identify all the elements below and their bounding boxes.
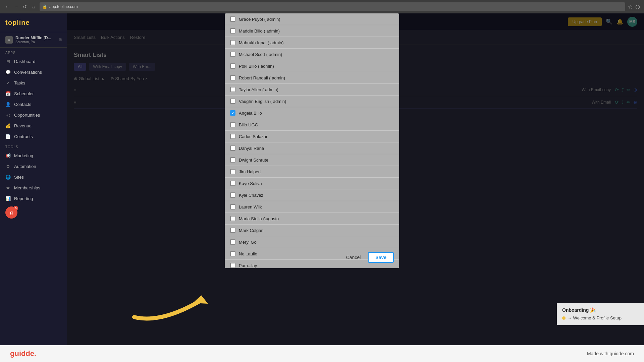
dropdown-item-robert[interactable]: Robert Randall ( admin) (225, 72, 399, 84)
sidebar-item-tasks[interactable]: ✓ Tasks (0, 77, 67, 88)
checkbox-robert[interactable] (230, 75, 235, 80)
dropdown-label-mark: Mark Colgan (239, 228, 264, 233)
sidebar-logo: topline (5, 19, 62, 26)
tasks-icon: ✓ (5, 80, 11, 85)
refresh-button[interactable]: ↺ (21, 3, 28, 10)
org-info: Dunder Mifflin [D... Scranton, Pa (15, 36, 51, 44)
sidebar-item-dashboard[interactable]: ⊞ Dashboard (0, 56, 67, 67)
checkbox-michael[interactable] (230, 52, 235, 57)
onboarding-title: Onboarding 🎉 (562, 307, 639, 313)
checkbox-kaye[interactable] (230, 181, 235, 186)
sidebar-item-label: Memberships (14, 185, 40, 190)
dropdown-item-mark[interactable]: Mark Colgan (225, 225, 399, 236)
dropdown-item-lauren[interactable]: Lauren Wilk (225, 201, 399, 213)
sidebar-item-label: Opportunities (14, 113, 40, 118)
browser-nav-icons: ← → ↺ ⌂ (4, 3, 37, 10)
tools-label: Tools (0, 142, 67, 150)
dropdown-item-maddie[interactable]: Maddie Billo ( admin) (225, 25, 399, 37)
memberships-icon: ★ (5, 185, 11, 190)
checkbox-mahrukh[interactable] (230, 40, 235, 45)
star-button[interactable]: ☆ (628, 4, 633, 10)
checkbox-maddie[interactable] (230, 28, 235, 34)
sidebar-item-opportunities[interactable]: ◎ Opportunities (0, 110, 67, 120)
apps-label: Apps (0, 48, 67, 56)
dropdown-item-maria[interactable]: Maria Stella Augusto (225, 213, 399, 225)
checkbox-billo-ugc[interactable] (230, 122, 235, 127)
dropdown-item-billo-ugc[interactable]: Billo UGC (225, 119, 399, 131)
dropdown-label-nel: Ne...aullo (239, 251, 257, 256)
sidebar-item-marketing[interactable]: 📢 Marketing (0, 150, 67, 161)
sidebar-item-memberships[interactable]: ★ Memberships (0, 182, 67, 193)
dropdown-item-michael[interactable]: Michael Scott ( admin) (225, 49, 399, 60)
dropdown-label-pam: Pam...lay (239, 263, 257, 268)
dropdown-item-poki[interactable]: Poki Billo ( admin) (225, 60, 399, 72)
checkbox-lauren[interactable] (230, 204, 235, 209)
sites-icon: 🌐 (5, 174, 11, 180)
sidebar-item-label: Scheduler (14, 91, 34, 96)
scheduler-icon: 📅 (5, 91, 11, 96)
user-avatar[interactable]: g 5 (5, 206, 17, 219)
checkbox-jim[interactable] (230, 169, 235, 174)
org-name: Dunder Mifflin [D... (15, 36, 51, 40)
org-section[interactable]: D Dunder Mifflin [D... Scranton, Pa ⊞ (0, 32, 67, 48)
address-bar[interactable]: 🔒 app.topline.com (40, 2, 625, 11)
org-sub: Scranton, Pa (15, 40, 51, 44)
checkbox-poki[interactable] (230, 63, 235, 69)
checkbox-angela[interactable] (230, 110, 235, 116)
sidebar-item-contracts[interactable]: 📄 Contracts (0, 131, 67, 142)
checkbox-nel[interactable] (230, 251, 235, 256)
checkbox-vaughn[interactable] (230, 99, 235, 104)
dropdown-label-kyle: Kyle Chavez (239, 193, 263, 198)
onboarding-item[interactable]: → Welcome & Profile Setup (562, 315, 639, 320)
dropdown-label-angela: Angela Billo (239, 111, 262, 116)
dropdown-item-dwight[interactable]: Dwight Schrute (225, 154, 399, 166)
dropdown-item-kyle[interactable]: Kyle Chavez (225, 189, 399, 201)
dropdown-label-billo-ugc: Billo UGC (239, 122, 258, 127)
sidebar-item-contacts[interactable]: 👤 Contacts (0, 99, 67, 110)
dropdown-label-taylor: Taylor Allen ( admin) (239, 87, 278, 92)
onboarding-dot (562, 316, 566, 320)
dropdown-item-meryl[interactable]: Meryl Go (225, 236, 399, 248)
sidebar-item-conversations[interactable]: 💬 Conversations (0, 67, 67, 77)
sidebar-item-label: Tasks (14, 80, 25, 85)
dropdown-item-angela[interactable]: Angela Billo (225, 107, 399, 119)
revenue-icon: 💰 (5, 123, 11, 128)
checkbox-taylor[interactable] (230, 87, 235, 92)
save-button[interactable]: Save (368, 252, 394, 263)
sidebar-item-reporting[interactable]: 📊 Reporting (0, 193, 67, 204)
onboarding-link: → Welcome & Profile Setup (568, 315, 622, 320)
dropdown-item-jim[interactable]: Jim Halpert (225, 166, 399, 178)
checkbox-pam[interactable] (230, 263, 235, 268)
dropdown-item-taylor[interactable]: Taylor Allen ( admin) (225, 84, 399, 96)
checkbox-maria[interactable] (230, 216, 235, 221)
back-button[interactable]: ← (4, 3, 11, 10)
cancel-button[interactable]: Cancel (342, 253, 365, 262)
dropdown-item-danyal[interactable]: Danyal Rana (225, 142, 399, 154)
dropdown-item-grace[interactable]: Grace Puyot ( admin) (225, 13, 399, 25)
dropdown-item-kaye[interactable]: Kaye Soliva (225, 178, 399, 189)
dropdown-label-dwight: Dwight Schrute (239, 158, 268, 163)
forward-button[interactable]: → (13, 3, 19, 10)
checkbox-carlos[interactable] (230, 134, 235, 139)
dropdown-item-vaughn[interactable]: Vaughn English ( admin) (225, 96, 399, 107)
checkbox-mark[interactable] (230, 228, 235, 233)
sidebar-item-revenue[interactable]: 💰 Revenue (0, 120, 67, 131)
sidebar-item-scheduler[interactable]: 📅 Scheduler (0, 88, 67, 99)
avatar-initials: g (10, 210, 13, 215)
checkbox-meryl[interactable] (230, 239, 235, 245)
modal-footer: Cancel Save (342, 252, 394, 263)
checkbox-dwight[interactable] (230, 157, 235, 163)
dropdown-label-mahrukh: Mahrukh Iqbal ( admin) (239, 40, 284, 45)
sidebar-item-sites[interactable]: 🌐 Sites (0, 172, 67, 182)
checkbox-danyal[interactable] (230, 145, 235, 151)
contacts-icon: 👤 (5, 102, 11, 107)
checkbox-kyle[interactable] (230, 192, 235, 198)
dropdown-label-jim: Jim Halpert (239, 169, 261, 174)
checkbox-grace[interactable] (230, 16, 235, 22)
dropdown-item-carlos[interactable]: Carlos Salazar (225, 131, 399, 142)
sidebar-item-automation[interactable]: ⚙ Automation (0, 161, 67, 172)
home-button[interactable]: ⌂ (30, 3, 37, 10)
dropdown-item-mahrukh[interactable]: Mahrukh Iqbal ( admin) (225, 37, 399, 49)
extension-button[interactable]: ⬡ (635, 4, 640, 10)
reporting-icon: 📊 (5, 196, 11, 201)
